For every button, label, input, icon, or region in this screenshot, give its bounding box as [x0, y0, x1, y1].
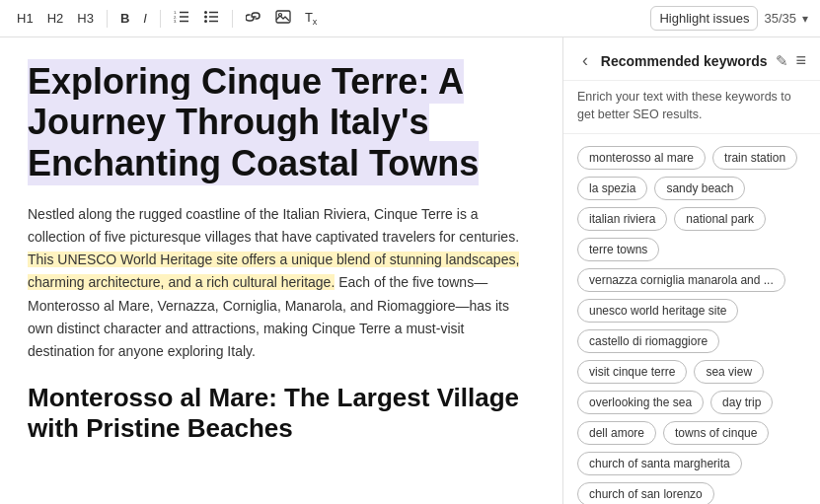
- clear-format-button[interactable]: Tx: [300, 7, 322, 30]
- h1-button[interactable]: H1: [12, 8, 38, 29]
- divider-3: [232, 10, 233, 28]
- article-title: Exploring Cinque Terre: A Journey Throug…: [28, 59, 479, 185]
- sidebar-panel: ‹ Recommended keywords ✎ ≡ Enrich your t…: [563, 37, 820, 504]
- keyword-chip[interactable]: dell amore: [577, 421, 656, 445]
- svg-point-9: [204, 11, 207, 14]
- edit-icon[interactable]: ✎: [776, 52, 788, 70]
- keyword-chip[interactable]: sandy beach: [654, 177, 745, 200]
- chevron-down-icon[interactable]: ▾: [802, 12, 808, 26]
- italic-button[interactable]: I: [138, 8, 152, 29]
- sidebar-back-button[interactable]: ‹: [577, 47, 593, 74]
- highlight-dropdown[interactable]: Highlight issues: [650, 6, 758, 31]
- keyword-chip[interactable]: national park: [674, 207, 766, 231]
- image-button[interactable]: [270, 7, 296, 30]
- main-area: Exploring Cinque Terre: A Journey Throug…: [0, 37, 820, 504]
- link-button[interactable]: [241, 8, 266, 29]
- ol-button[interactable]: 1. 2. 3.: [169, 7, 194, 30]
- article-subheading: Monterosso al Mare: The Largest Village …: [28, 383, 519, 443]
- keyword-chip[interactable]: la spezia: [577, 177, 647, 200]
- keyword-chip[interactable]: vernazza corniglia manarola and ...: [577, 268, 785, 292]
- keyword-chip[interactable]: monterosso al mare: [577, 146, 706, 170]
- title-block: Exploring Cinque Terre: A Journey Throug…: [28, 61, 535, 183]
- sidebar-header: ‹ Recommended keywords ✎ ≡: [563, 37, 820, 81]
- keywords-container: monterosso al maretrain stationla spezia…: [563, 134, 820, 504]
- keyword-chip[interactable]: sea view: [694, 360, 764, 384]
- svg-rect-12: [276, 11, 290, 23]
- svg-point-10: [204, 16, 207, 19]
- highlight-label: Highlight issues: [659, 11, 749, 26]
- subheading-block: Monterosso al Mare: The Largest Village …: [28, 383, 535, 444]
- keyword-chip[interactable]: italian riviera: [577, 207, 667, 231]
- svg-point-11: [204, 20, 207, 23]
- editor-panel[interactable]: Exploring Cinque Terre: A Journey Throug…: [0, 37, 563, 504]
- keyword-chip[interactable]: castello di riomaggiore: [577, 329, 719, 353]
- sidebar-nav: ‹: [577, 47, 593, 74]
- body-text: Nestled along the rugged coastline of th…: [28, 203, 535, 363]
- h3-button[interactable]: H3: [72, 8, 99, 29]
- keyword-chip[interactable]: day trip: [710, 391, 773, 414]
- highlight-count: 35/35: [764, 11, 796, 26]
- body-sentence-1: Nestled along the rugged coastline of th…: [28, 206, 519, 245]
- keyword-chip[interactable]: visit cinque terre: [577, 360, 687, 384]
- sidebar-title: Recommended keywords: [601, 53, 768, 69]
- menu-icon[interactable]: ≡: [795, 50, 806, 71]
- svg-text:3.: 3.: [174, 19, 177, 24]
- highlight-section: Highlight issues 35/35 ▾: [650, 6, 808, 31]
- divider-2: [160, 10, 161, 28]
- toolbar: H1 H2 H3 B I 1. 2. 3.: [0, 0, 820, 37]
- keyword-chip[interactable]: terre towns: [577, 238, 659, 261]
- keyword-chip[interactable]: overlooking the sea: [577, 391, 704, 414]
- keyword-chip[interactable]: church of santa margherita: [577, 452, 742, 475]
- keyword-chip[interactable]: unesco world heritage site: [577, 299, 738, 323]
- keyword-chip[interactable]: towns of cinque: [663, 421, 769, 445]
- divider-1: [107, 10, 108, 28]
- ul-button[interactable]: [198, 7, 224, 30]
- h2-button[interactable]: H2: [42, 8, 69, 29]
- bold-button[interactable]: B: [115, 8, 134, 29]
- sidebar-description: Enrich your text with these keywords to …: [563, 81, 820, 134]
- keyword-chip[interactable]: train station: [712, 146, 797, 170]
- keyword-chip[interactable]: church of san lorenzo: [577, 482, 714, 504]
